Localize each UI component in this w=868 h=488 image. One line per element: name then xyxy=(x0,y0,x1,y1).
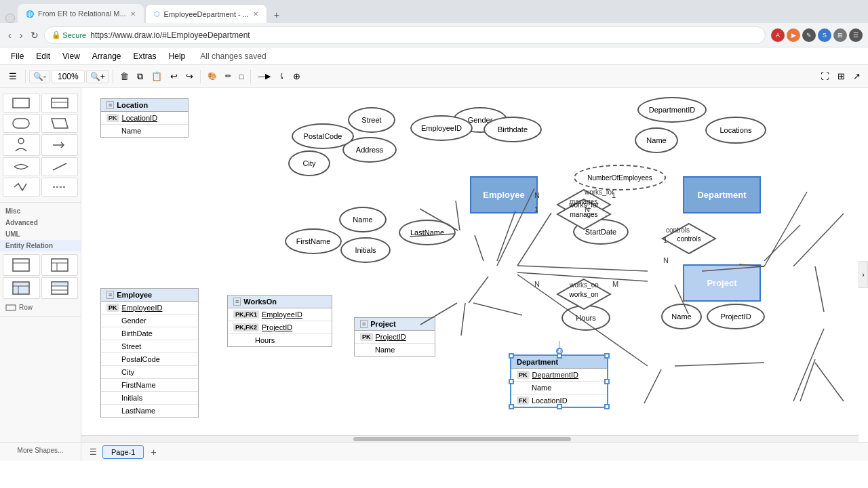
shadow-btn[interactable]: □ xyxy=(236,70,248,83)
paste-btn[interactable]: 📋 xyxy=(148,69,165,83)
svg-line-41 xyxy=(800,359,815,401)
fill-color-btn[interactable]: 🎨 xyxy=(204,70,220,83)
location-table[interactable]: ≡ Location PK LocationID PK Name xyxy=(100,98,189,138)
lastname-ellipse[interactable]: LastName xyxy=(399,220,456,245)
department-entity[interactable]: Department xyxy=(683,176,761,214)
tab-1[interactable]: 🌐 From ER to Relational M... ✕ xyxy=(18,4,144,23)
menu-file[interactable]: File xyxy=(5,49,29,63)
ext-btn-4[interactable]: S xyxy=(818,28,831,42)
fullscreen-btn[interactable]: ⛶ xyxy=(817,69,833,83)
menu-view[interactable]: View xyxy=(57,49,85,63)
handle-lm[interactable] xyxy=(509,379,514,384)
zoom-in-btn[interactable]: 🔍+ xyxy=(86,70,109,83)
shape-rect[interactable] xyxy=(3,94,40,113)
numemployees-ellipse[interactable]: NumberOfEmployees xyxy=(574,165,666,190)
tab-2-close[interactable]: ✕ xyxy=(253,10,258,18)
street-ellipse[interactable]: Street xyxy=(348,107,395,133)
forward-button[interactable]: › xyxy=(17,28,26,42)
handle-br[interactable] xyxy=(604,404,610,409)
tab-1-close[interactable]: ✕ xyxy=(130,10,136,18)
shape-dash-line[interactable] xyxy=(41,178,79,197)
works-for-text: works_for xyxy=(585,188,614,196)
handle-tl[interactable] xyxy=(509,353,514,359)
project-table[interactable]: ≡ Project PK ProjectID Name xyxy=(354,317,435,357)
rotate-handle[interactable]: ↻ xyxy=(556,341,563,354)
canvas-area[interactable]: ≡ Location PK LocationID PK Name ≡ Emplo… xyxy=(81,88,868,461)
handle-bl[interactable] xyxy=(509,404,514,409)
ext-btn-2[interactable]: ▶ xyxy=(787,28,800,42)
back-button[interactable]: ‹ xyxy=(5,28,14,42)
deptid-ellipse[interactable]: DepartmentID xyxy=(637,97,707,123)
h-scrollbar-thumb[interactable] xyxy=(353,437,571,441)
category-er[interactable]: Entity Relation xyxy=(0,240,81,251)
right-scroll-btn[interactable]: › xyxy=(859,261,868,288)
shape-zigzag[interactable] xyxy=(3,178,40,197)
menu-arrange[interactable]: Arrange xyxy=(87,49,127,63)
undo-btn[interactable]: ↩ xyxy=(167,69,181,83)
shape-arrow[interactable] xyxy=(41,134,79,156)
svg-line-35 xyxy=(764,225,800,261)
dept-name-ellipse[interactable]: Name xyxy=(635,127,678,153)
address-bar[interactable]: 🔒 Secure https://www.draw.io/#LEmployeeD… xyxy=(44,26,766,44)
shape-skew[interactable] xyxy=(41,114,79,133)
row-item[interactable]: Row xyxy=(0,302,81,313)
page-tab-add-btn[interactable]: + xyxy=(146,445,160,460)
zoom-out-btn[interactable]: 🔍- xyxy=(29,70,50,83)
department-table[interactable]: ↻ Department PK DepartmentID Name FK Loc… xyxy=(510,354,608,408)
handle-tm[interactable] xyxy=(557,353,562,359)
er-shape-table2[interactable] xyxy=(41,254,79,276)
connector-btn[interactable]: —▶ xyxy=(254,70,274,83)
shape-curved[interactable] xyxy=(3,157,40,176)
share-btn[interactable]: ↗ xyxy=(850,69,864,83)
format-btn[interactable]: ⊞ xyxy=(834,69,848,83)
birthdate-ellipse[interactable]: Birthdate xyxy=(484,117,542,142)
locations-ellipse[interactable]: Locations xyxy=(705,117,766,144)
page-tab-1[interactable]: Page-1 xyxy=(102,445,144,459)
proj-name-ellipse[interactable]: Name xyxy=(661,304,702,329)
city-ellipse[interactable]: City xyxy=(288,150,330,176)
shape-split-rect[interactable] xyxy=(41,94,79,113)
page-tab-menu-btn[interactable]: ☰ xyxy=(87,446,100,458)
employee-table[interactable]: ≡ Employee PK EmployeeID Gender BirthDat… xyxy=(100,288,199,418)
er-shape-table4[interactable] xyxy=(41,277,79,299)
menu-edit[interactable]: Edit xyxy=(31,49,56,63)
redo-btn[interactable]: ↪ xyxy=(182,69,197,83)
reload-button[interactable]: ↻ xyxy=(28,28,41,42)
new-tab-btn[interactable]: + xyxy=(269,7,285,23)
shape-rounded[interactable] xyxy=(3,114,40,133)
er-shape-table3[interactable] xyxy=(3,277,40,299)
project-entity[interactable]: Project xyxy=(683,264,761,302)
handle-tr[interactable] xyxy=(604,353,610,359)
n-label-3: N xyxy=(663,256,669,264)
firstname-ellipse[interactable]: FirstName xyxy=(285,228,342,254)
waypoint-btn[interactable]: ⤹ xyxy=(275,70,288,83)
handle-rm[interactable] xyxy=(604,379,610,384)
manages-label: manages xyxy=(570,211,597,218)
more-shapes-btn[interactable]: More Shapes... xyxy=(0,442,81,458)
employeeid-ellipse[interactable]: EmployeeID xyxy=(410,115,473,141)
menu-extras[interactable]: Extras xyxy=(128,49,162,63)
ext-btn-1[interactable]: A xyxy=(771,28,785,42)
h-scrollbar[interactable] xyxy=(81,435,859,442)
menu-help[interactable]: Help xyxy=(163,49,191,63)
tab-2[interactable]: ⬡ EmployeeDepartment - ... ✕ xyxy=(145,4,267,23)
settings-icon[interactable]: ☰ xyxy=(849,28,863,42)
ext-btn-3[interactable]: ✎ xyxy=(802,28,816,42)
insert-btn[interactable]: ⊕ xyxy=(290,69,304,83)
employee-entity[interactable]: Employee xyxy=(470,176,538,214)
postalcode-ellipse[interactable]: PostalCode xyxy=(292,123,354,149)
handle-bm[interactable] xyxy=(557,404,562,409)
zoom-level[interactable]: 100% xyxy=(52,70,85,83)
shape-person[interactable] xyxy=(3,134,40,156)
sidebar-toggle-btn[interactable]: ☰ xyxy=(4,68,22,84)
copy-btn[interactable]: ⧉ xyxy=(134,69,146,84)
proj-id-ellipse[interactable]: ProjectID xyxy=(707,304,765,329)
shape-line[interactable] xyxy=(41,157,79,176)
line-color-btn[interactable]: ✏ xyxy=(222,70,235,83)
ext-btn-5[interactable]: ⊞ xyxy=(833,28,847,42)
initials-ellipse[interactable]: Initials xyxy=(340,237,391,263)
workson-table[interactable]: ≡ WorksOn PK,FK1 EmployeeID PK,FK2 Proje… xyxy=(227,295,332,347)
delete-btn[interactable]: 🗑 xyxy=(117,69,132,83)
name-emp-ellipse[interactable]: Name xyxy=(339,207,387,232)
er-shape-table1[interactable] xyxy=(3,254,40,276)
